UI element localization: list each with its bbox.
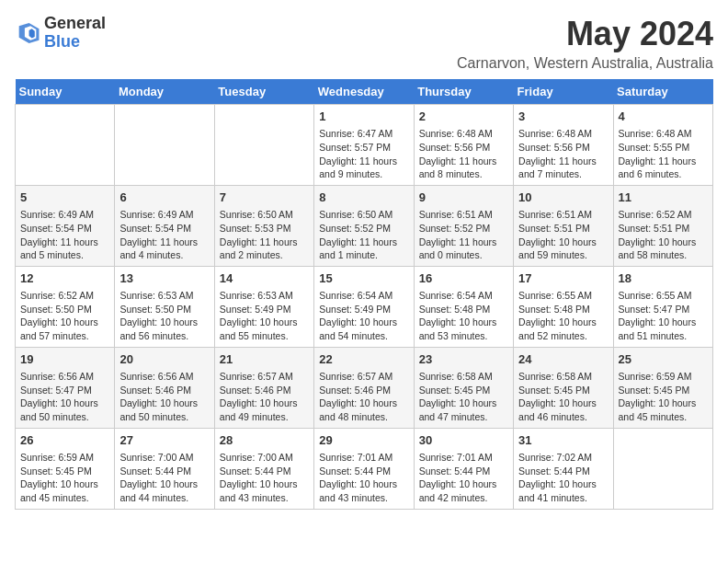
calendar-cell: 1Sunrise: 6:47 AMSunset: 5:57 PMDaylight… [314, 105, 414, 186]
day-number: 9 [419, 190, 508, 206]
day-number: 15 [319, 270, 408, 287]
day-number: 8 [319, 190, 408, 206]
day-number: 4 [619, 109, 708, 125]
day-number: 5 [20, 190, 109, 206]
calendar-cell: 16Sunrise: 6:54 AMSunset: 5:48 PMDayligh… [414, 266, 513, 347]
calendar-cell: 7Sunrise: 6:50 AMSunset: 5:53 PMDaylight… [214, 185, 313, 266]
calendar-cell: 30Sunrise: 7:01 AMSunset: 5:44 PMDayligh… [414, 428, 513, 509]
day-number: 22 [319, 351, 408, 368]
calendar-cell: 18Sunrise: 6:55 AMSunset: 5:47 PMDayligh… [613, 266, 712, 347]
day-info: Sunrise: 6:51 AMSunset: 5:52 PMDaylight:… [419, 208, 508, 262]
day-info: Sunrise: 6:56 AMSunset: 5:46 PMDaylight:… [119, 370, 209, 424]
calendar-cell: 11Sunrise: 6:52 AMSunset: 5:51 PMDayligh… [613, 185, 712, 266]
day-info: Sunrise: 6:54 AMSunset: 5:49 PMDaylight:… [319, 289, 408, 343]
day-info: Sunrise: 7:00 AMSunset: 5:44 PMDaylight:… [220, 451, 309, 505]
day-info: Sunrise: 6:59 AMSunset: 5:45 PMDaylight:… [20, 451, 109, 505]
day-info: Sunrise: 6:47 AMSunset: 5:57 PMDaylight:… [319, 127, 408, 181]
day-info: Sunrise: 6:50 AMSunset: 5:53 PMDaylight:… [220, 208, 309, 262]
month-title: May 2024 [457, 15, 713, 53]
calendar-cell: 23Sunrise: 6:58 AMSunset: 5:45 PMDayligh… [414, 347, 513, 428]
day-info: Sunrise: 7:01 AMSunset: 5:44 PMDaylight:… [319, 451, 408, 505]
calendar-cell: 28Sunrise: 7:00 AMSunset: 5:44 PMDayligh… [214, 428, 313, 509]
calendar-cell: 15Sunrise: 6:54 AMSunset: 5:49 PMDayligh… [314, 266, 414, 347]
weekday-header-row: SundayMondayTuesdayWednesdayThursdayFrid… [16, 79, 713, 105]
day-info: Sunrise: 6:48 AMSunset: 5:56 PMDaylight:… [518, 127, 608, 181]
calendar-cell: 19Sunrise: 6:56 AMSunset: 5:47 PMDayligh… [16, 347, 115, 428]
day-number: 24 [518, 351, 608, 368]
day-info: Sunrise: 7:01 AMSunset: 5:44 PMDaylight:… [419, 451, 508, 505]
day-number: 14 [220, 270, 309, 287]
day-info: Sunrise: 6:58 AMSunset: 5:45 PMDaylight:… [518, 370, 608, 424]
calendar-table: SundayMondayTuesdayWednesdayThursdayFrid… [15, 79, 713, 510]
day-number: 12 [20, 270, 109, 287]
day-number: 11 [619, 190, 708, 206]
day-number: 3 [518, 109, 608, 125]
calendar-cell: 13Sunrise: 6:53 AMSunset: 5:50 PMDayligh… [115, 266, 214, 347]
calendar-cell: 3Sunrise: 6:48 AMSunset: 5:56 PMDaylight… [514, 105, 613, 186]
weekday-header-monday: Monday [115, 79, 214, 105]
calendar-cell: 25Sunrise: 6:59 AMSunset: 5:45 PMDayligh… [613, 347, 712, 428]
day-info: Sunrise: 6:50 AMSunset: 5:52 PMDaylight:… [319, 208, 408, 262]
calendar-week-row: 19Sunrise: 6:56 AMSunset: 5:47 PMDayligh… [16, 347, 713, 428]
day-info: Sunrise: 6:52 AMSunset: 5:51 PMDaylight:… [619, 208, 708, 262]
day-info: Sunrise: 6:57 AMSunset: 5:46 PMDaylight:… [319, 370, 408, 424]
day-number: 21 [220, 351, 309, 368]
calendar-cell: 21Sunrise: 6:57 AMSunset: 5:46 PMDayligh… [214, 347, 313, 428]
calendar-cell: 2Sunrise: 6:48 AMSunset: 5:56 PMDaylight… [414, 105, 513, 186]
day-number: 26 [20, 432, 109, 449]
calendar-cell [16, 105, 115, 186]
calendar-week-row: 12Sunrise: 6:52 AMSunset: 5:50 PMDayligh… [16, 266, 713, 347]
calendar-cell [214, 105, 313, 186]
day-info: Sunrise: 6:49 AMSunset: 5:54 PMDaylight:… [20, 208, 109, 262]
calendar-cell: 20Sunrise: 6:56 AMSunset: 5:46 PMDayligh… [115, 347, 214, 428]
day-number: 28 [220, 432, 309, 449]
weekday-header-wednesday: Wednesday [314, 79, 414, 105]
calendar-cell: 10Sunrise: 6:51 AMSunset: 5:51 PMDayligh… [514, 185, 613, 266]
logo-icon [15, 20, 40, 46]
day-info: Sunrise: 6:54 AMSunset: 5:48 PMDaylight:… [419, 289, 508, 343]
calendar-cell [613, 428, 712, 509]
day-number: 25 [619, 351, 708, 368]
day-info: Sunrise: 6:49 AMSunset: 5:54 PMDaylight:… [119, 208, 209, 262]
day-number: 7 [220, 190, 309, 206]
day-number: 27 [119, 432, 209, 449]
calendar-cell: 22Sunrise: 6:57 AMSunset: 5:46 PMDayligh… [314, 347, 414, 428]
calendar-week-row: 26Sunrise: 6:59 AMSunset: 5:45 PMDayligh… [16, 428, 713, 509]
calendar-cell: 26Sunrise: 6:59 AMSunset: 5:45 PMDayligh… [16, 428, 115, 509]
logo: General Blue [15, 15, 106, 52]
day-info: Sunrise: 6:56 AMSunset: 5:47 PMDaylight:… [20, 370, 109, 424]
day-number: 29 [319, 432, 408, 449]
day-number: 30 [419, 432, 508, 449]
day-info: Sunrise: 7:02 AMSunset: 5:44 PMDaylight:… [518, 451, 608, 505]
day-info: Sunrise: 6:51 AMSunset: 5:51 PMDaylight:… [518, 208, 608, 262]
day-info: Sunrise: 6:55 AMSunset: 5:48 PMDaylight:… [518, 289, 608, 343]
location-title: Carnarvon, Western Australia, Australia [457, 55, 713, 72]
calendar-cell [115, 105, 214, 186]
day-number: 23 [419, 351, 508, 368]
weekday-header-thursday: Thursday [414, 79, 513, 105]
day-info: Sunrise: 6:53 AMSunset: 5:49 PMDaylight:… [220, 289, 309, 343]
logo-text-blue: Blue [44, 33, 106, 52]
page-header: General Blue May 2024 Carnarvon, Western… [15, 15, 713, 72]
calendar-cell: 27Sunrise: 7:00 AMSunset: 5:44 PMDayligh… [115, 428, 214, 509]
day-info: Sunrise: 6:59 AMSunset: 5:45 PMDaylight:… [619, 370, 708, 424]
day-info: Sunrise: 7:00 AMSunset: 5:44 PMDaylight:… [119, 451, 209, 505]
day-number: 18 [619, 270, 708, 287]
calendar-cell: 8Sunrise: 6:50 AMSunset: 5:52 PMDaylight… [314, 185, 414, 266]
calendar-cell: 17Sunrise: 6:55 AMSunset: 5:48 PMDayligh… [514, 266, 613, 347]
day-info: Sunrise: 6:53 AMSunset: 5:50 PMDaylight:… [119, 289, 209, 343]
calendar-cell: 24Sunrise: 6:58 AMSunset: 5:45 PMDayligh… [514, 347, 613, 428]
day-number: 10 [518, 190, 608, 206]
day-info: Sunrise: 6:48 AMSunset: 5:56 PMDaylight:… [419, 127, 508, 181]
weekday-header-tuesday: Tuesday [214, 79, 313, 105]
day-number: 19 [20, 351, 109, 368]
day-info: Sunrise: 6:58 AMSunset: 5:45 PMDaylight:… [419, 370, 508, 424]
day-number: 20 [119, 351, 209, 368]
day-number: 1 [319, 109, 408, 125]
calendar-cell: 9Sunrise: 6:51 AMSunset: 5:52 PMDaylight… [414, 185, 513, 266]
day-number: 13 [119, 270, 209, 287]
day-number: 2 [419, 109, 508, 125]
weekday-header-friday: Friday [514, 79, 613, 105]
logo-text-general: General [44, 15, 106, 33]
day-info: Sunrise: 6:52 AMSunset: 5:50 PMDaylight:… [20, 289, 109, 343]
